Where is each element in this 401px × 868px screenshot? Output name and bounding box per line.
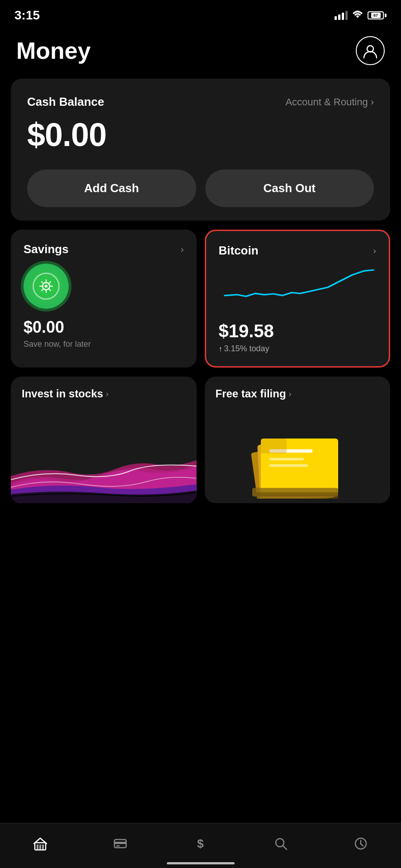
bitcoin-card-title: Bitcoin <box>219 244 259 258</box>
savings-card[interactable]: Savings › <box>11 230 197 368</box>
savings-card-title: Savings <box>24 242 69 256</box>
nav-item-card[interactable] <box>113 836 127 851</box>
main-content: Cash Balance Account & Routing › $0.00 A… <box>0 79 401 503</box>
svg-rect-23 <box>39 844 41 850</box>
dollar-icon: $ <box>193 836 208 851</box>
svg-text:$: $ <box>197 837 204 850</box>
svg-rect-18 <box>261 439 287 453</box>
nav-item-search[interactable] <box>274 836 288 851</box>
savings-icon <box>24 264 69 309</box>
savings-chevron-icon: › <box>181 244 184 255</box>
cash-balance-card: Cash Balance Account & Routing › $0.00 A… <box>11 79 390 221</box>
account-routing-text: Account & Routing <box>285 96 368 108</box>
svg-line-30 <box>283 846 287 849</box>
svg-line-9 <box>49 282 51 284</box>
bitcoin-chart <box>219 267 377 312</box>
svg-line-33 <box>361 844 363 846</box>
svg-rect-24 <box>42 844 44 850</box>
tax-chevron-icon: › <box>289 389 292 399</box>
bitcoin-up-arrow-icon: ↑ <box>219 345 222 353</box>
top-cards-grid: Savings › <box>11 230 390 368</box>
home-indicator <box>167 862 235 864</box>
bottom-nav: $ <box>0 823 401 868</box>
profile-button[interactable] <box>356 36 385 65</box>
svg-rect-22 <box>37 844 38 850</box>
battery-icon: 67 <box>368 11 387 19</box>
svg-point-2 <box>45 285 47 288</box>
invest-chevron-icon: › <box>106 389 109 399</box>
bitcoin-change-text: 3.15% today <box>224 344 269 354</box>
wifi-icon <box>352 10 363 21</box>
signal-bars-icon <box>335 11 348 20</box>
invest-card[interactable]: Invest in stocks › <box>11 377 197 503</box>
status-bar: 3:15 67 <box>0 0 401 27</box>
cash-balance-label: Cash Balance <box>27 95 104 109</box>
svg-rect-16 <box>269 458 304 461</box>
svg-rect-27 <box>116 845 120 847</box>
svg-rect-17 <box>269 464 308 467</box>
nav-item-activity[interactable] <box>354 836 368 851</box>
bitcoin-change: ↑ 3.15% today <box>219 344 377 354</box>
add-cash-button[interactable]: Add Cash <box>27 170 196 207</box>
savings-subtitle: Save now, for later <box>24 340 184 349</box>
cash-actions: Add Cash Cash Out <box>27 170 374 207</box>
nav-item-cash[interactable]: $ <box>193 836 208 851</box>
search-icon <box>274 836 288 851</box>
status-icons: 67 <box>335 10 387 21</box>
svg-line-8 <box>49 289 51 291</box>
svg-rect-26 <box>114 842 126 844</box>
tax-card[interactable]: Free tax filing › <box>205 377 391 503</box>
account-routing-link[interactable]: Account & Routing › <box>285 96 374 108</box>
card-icon <box>113 836 127 851</box>
home-icon <box>33 836 47 851</box>
nav-item-home[interactable] <box>33 836 47 851</box>
page-title: Money <box>16 37 91 64</box>
svg-rect-20 <box>257 492 339 499</box>
tax-card-title: Free tax filing <box>216 387 286 400</box>
savings-amount: $0.00 <box>24 318 184 337</box>
svg-line-7 <box>42 282 44 284</box>
bitcoin-card[interactable]: Bitcoin › $19.58 ↑ 3.15% today <box>205 230 391 368</box>
stocks-illustration <box>11 413 197 503</box>
cash-balance-amount: $0.00 <box>27 116 374 153</box>
invest-card-title: Invest in stocks <box>22 387 103 400</box>
tax-illustration <box>205 413 391 503</box>
bottom-cards-grid: Invest in stocks › <box>11 377 390 503</box>
bitcoin-amount: $19.58 <box>219 321 377 341</box>
page-header: Money <box>0 27 401 79</box>
status-time: 3:15 <box>14 8 40 23</box>
bitcoin-chevron-icon: › <box>373 245 376 256</box>
svg-line-10 <box>42 289 44 291</box>
cash-out-button[interactable]: Cash Out <box>205 170 374 207</box>
account-routing-chevron-icon: › <box>371 96 374 108</box>
clock-icon <box>354 836 368 851</box>
